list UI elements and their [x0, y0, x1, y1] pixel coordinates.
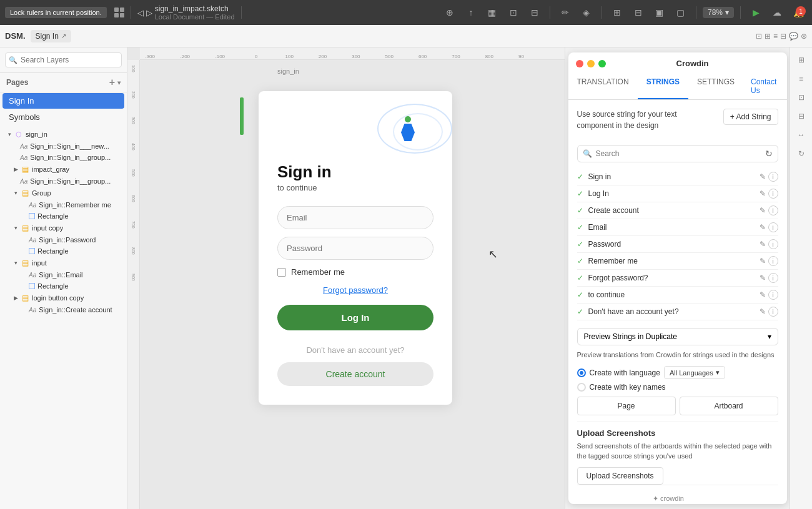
add-page-button[interactable]: + [109, 77, 115, 88]
info-icon[interactable]: i [768, 189, 778, 199]
ungroup-icon[interactable]: ⊟ [630, 4, 647, 21]
edit-icon[interactable]: ✎ [760, 240, 766, 249]
tab-strings[interactable]: STRINGS [638, 73, 688, 99]
layer-rect-3[interactable]: Rectangle [0, 280, 127, 292]
edit-icon[interactable]: ✎ [760, 223, 766, 232]
layer-create-account[interactable]: Aa Sign_in::Create account [0, 304, 127, 315]
email-input[interactable] [277, 206, 433, 229]
upload-title: Upload Screenshots [577, 428, 778, 438]
layer-rect-1[interactable]: Rectangle [0, 210, 127, 222]
edit-icon[interactable]: ✎ [760, 189, 766, 198]
expand-icon[interactable]: ▾ [11, 259, 20, 267]
tab-translation[interactable]: TRANSLATION [568, 73, 638, 99]
expand-icon[interactable]: ▾ [5, 130, 14, 139]
crop-icon[interactable]: ⊡ [505, 4, 522, 21]
pencil-icon[interactable]: ✏ [557, 4, 574, 21]
edit-icon[interactable]: ✎ [760, 290, 766, 299]
info-icon[interactable]: i [768, 273, 778, 283]
layer-input-copy[interactable]: ▾ ▤ input copy [0, 222, 127, 234]
forward-icon[interactable]: ▣ [651, 4, 668, 21]
layer-group[interactable]: ▾ ▤ Group [0, 187, 127, 199]
maximize-button[interactable] [598, 60, 606, 67]
create-account-button[interactable]: Create account [277, 362, 433, 386]
pages-chevron[interactable]: ▾ [117, 79, 121, 86]
login-button[interactable]: Log In [277, 305, 433, 330]
page-title-button[interactable]: Sign In ↗ [31, 30, 71, 42]
ruler-toggle-icon[interactable]: ⊡ [756, 32, 762, 41]
grid-icon[interactable] [114, 7, 124, 17]
zoom-control[interactable]: 78% ▾ [703, 7, 734, 18]
layer-password[interactable]: Aa Sign_in::Password [0, 234, 127, 245]
expand-icon[interactable]: ▶ [11, 294, 20, 302]
minimize-button[interactable] [587, 60, 595, 67]
edit-icon[interactable]: ✎ [760, 257, 766, 265]
tab-settings[interactable]: SETTINGS [688, 73, 743, 99]
radio-language-button[interactable] [577, 368, 586, 377]
resize-icon[interactable]: ⊡ [794, 90, 809, 105]
mask-icon[interactable]: ◈ [578, 4, 595, 21]
transform-icon[interactable]: ⊟ [526, 4, 543, 21]
rotate-icon[interactable]: ↻ [794, 146, 809, 161]
layer-input[interactable]: ▾ ▤ input [0, 257, 127, 269]
add-string-button[interactable]: + Add String [723, 109, 778, 125]
notification-badge: 1 [796, 6, 806, 16]
component-icon[interactable]: ⊕ [441, 4, 458, 21]
info-icon[interactable]: i [768, 172, 778, 182]
layer-text-2[interactable]: Aa Sign_in::Sign_in__group... [0, 152, 127, 163]
page-item-sign-in[interactable]: Sign In [2, 93, 124, 109]
strings-search-input[interactable] [596, 149, 761, 158]
refresh-icon[interactable]: ↻ [765, 149, 773, 159]
edit-icon[interactable]: ✎ [760, 172, 766, 181]
info-icon[interactable]: i [768, 290, 778, 300]
upload-icon[interactable]: ↑ [462, 4, 480, 21]
edit-icon[interactable]: ✎ [760, 206, 766, 215]
cloud-icon[interactable]: ☁ [768, 4, 786, 21]
flip-icon[interactable]: ↔ [794, 127, 809, 142]
preview-dropdown[interactable]: Preview Strings in Duplicate ▾ [577, 328, 778, 345]
layer-login-btn-copy[interactable]: ▶ ▤ login button copy [0, 292, 127, 304]
layer-remember-me[interactable]: Aa Sign_in::Remember me [0, 199, 127, 210]
password-input[interactable] [277, 237, 433, 260]
inspect-icon[interactable]: ⊛ [801, 32, 807, 41]
info-icon[interactable]: i [768, 307, 778, 317]
page-button[interactable]: Page [577, 397, 676, 415]
filename: sign_in_impact.sketch [155, 4, 235, 13]
comment-icon[interactable]: 💬 [789, 32, 798, 41]
language-dropdown[interactable]: All Languages ▾ [664, 366, 725, 379]
info-icon[interactable]: i [768, 222, 778, 232]
layer-text-3[interactable]: Aa Sign_in::Sign_in__group... [0, 175, 127, 187]
align-icon[interactable]: ⊞ [794, 52, 809, 67]
grid-toggle-icon[interactable]: ⊞ [765, 32, 771, 41]
edit-icon[interactable]: ✎ [760, 274, 766, 282]
layer-text-1[interactable]: Aa Sign_in::Sign_in___new... [0, 141, 127, 152]
close-button[interactable] [576, 60, 583, 67]
info-icon[interactable]: i [768, 205, 778, 215]
layer-email[interactable]: Aa Sign_in::Email [0, 269, 127, 280]
layout-guide-icon[interactable]: ≡ [773, 32, 778, 41]
pixel-icon[interactable]: ⊟ [780, 32, 786, 41]
group-icon[interactable]: ⊞ [608, 4, 626, 21]
expand-icon[interactable]: ▾ [11, 189, 20, 197]
artboard-button[interactable]: Artboard [680, 397, 778, 415]
transform-prop-icon[interactable]: ⊟ [794, 109, 809, 124]
layer-sign-in-group[interactable]: ▾ ⬡ sign_in [0, 128, 127, 141]
upload-screenshots-button[interactable]: Upload Screenshots [577, 467, 663, 485]
expand-icon[interactable]: ▶ [11, 165, 20, 174]
play-icon[interactable]: ▶ [747, 4, 765, 21]
layer-rect-2[interactable]: Rectangle [0, 245, 127, 257]
distribute-icon[interactable]: ≡ [794, 71, 809, 86]
expand-icon[interactable]: ▾ [11, 224, 20, 232]
info-icon[interactable]: i [768, 256, 778, 266]
page-item-symbols[interactable]: Symbols [2, 109, 124, 125]
forgot-password-link[interactable]: Forgot password? [277, 285, 433, 295]
search-layers-input[interactable] [5, 52, 122, 67]
radio-keynames-button[interactable] [577, 383, 586, 392]
contact-us-link[interactable]: Contact Us [743, 73, 787, 99]
info-icon[interactable]: i [768, 239, 778, 249]
back-icon[interactable]: ▢ [672, 4, 690, 21]
edit-icon[interactable]: ✎ [760, 307, 766, 316]
layer-label: Sign_in::Remember me [39, 201, 111, 209]
remember-checkbox[interactable] [277, 268, 286, 277]
layout-icon[interactable]: ▦ [483, 4, 501, 21]
layer-impact-gray[interactable]: ▶ ▤ impact_gray [0, 163, 127, 175]
